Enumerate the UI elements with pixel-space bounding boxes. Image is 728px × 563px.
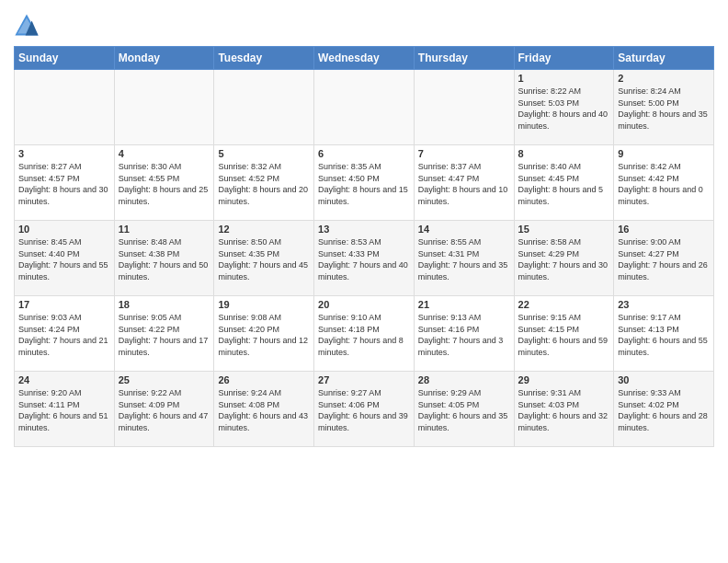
day-cell: 24Sunrise: 9:20 AM Sunset: 4:11 PM Dayli… <box>15 372 115 447</box>
logo-icon <box>14 13 40 39</box>
day-cell: 10Sunrise: 8:45 AM Sunset: 4:40 PM Dayli… <box>15 221 115 296</box>
day-info: Sunrise: 8:58 AM Sunset: 4:29 PM Dayligh… <box>518 236 610 282</box>
weekday-header-sunday: Sunday <box>15 47 115 70</box>
day-info: Sunrise: 8:40 AM Sunset: 4:45 PM Dayligh… <box>518 161 610 207</box>
day-info: Sunrise: 8:35 AM Sunset: 4:50 PM Dayligh… <box>318 161 410 207</box>
day-number: 23 <box>618 299 710 310</box>
day-number: 28 <box>418 374 510 385</box>
day-cell: 8Sunrise: 8:40 AM Sunset: 4:45 PM Daylig… <box>514 145 614 221</box>
day-info: Sunrise: 8:48 AM Sunset: 4:38 PM Dayligh… <box>119 236 210 282</box>
day-number: 19 <box>218 299 310 310</box>
day-number: 6 <box>318 148 410 159</box>
day-cell: 7Sunrise: 8:37 AM Sunset: 4:47 PM Daylig… <box>414 145 514 221</box>
day-cell: 20Sunrise: 9:10 AM Sunset: 4:18 PM Dayli… <box>314 296 415 372</box>
day-info: Sunrise: 8:53 AM Sunset: 4:33 PM Dayligh… <box>318 236 410 282</box>
day-number: 11 <box>119 224 210 235</box>
day-number: 29 <box>518 374 610 385</box>
day-info: Sunrise: 9:10 AM Sunset: 4:18 PM Dayligh… <box>318 312 410 358</box>
day-cell: 15Sunrise: 8:58 AM Sunset: 4:29 PM Dayli… <box>514 221 614 296</box>
day-cell: 26Sunrise: 9:24 AM Sunset: 4:08 PM Dayli… <box>214 372 314 447</box>
day-cell <box>314 70 415 145</box>
day-number: 20 <box>318 299 410 310</box>
day-cell: 11Sunrise: 8:48 AM Sunset: 4:38 PM Dayli… <box>114 221 214 296</box>
day-info: Sunrise: 9:24 AM Sunset: 4:08 PM Dayligh… <box>218 387 310 433</box>
weekday-header-wednesday: Wednesday <box>314 47 415 70</box>
day-info: Sunrise: 8:55 AM Sunset: 4:31 PM Dayligh… <box>418 236 510 282</box>
day-cell: 29Sunrise: 9:31 AM Sunset: 4:03 PM Dayli… <box>514 372 614 447</box>
day-info: Sunrise: 9:27 AM Sunset: 4:06 PM Dayligh… <box>318 387 410 433</box>
day-number: 21 <box>418 299 510 310</box>
day-info: Sunrise: 8:50 AM Sunset: 4:35 PM Dayligh… <box>218 236 310 282</box>
weekday-header-row: SundayMondayTuesdayWednesdayThursdayFrid… <box>15 47 714 70</box>
day-number: 30 <box>618 374 710 385</box>
day-cell: 30Sunrise: 9:33 AM Sunset: 4:02 PM Dayli… <box>614 372 714 447</box>
day-cell: 19Sunrise: 9:08 AM Sunset: 4:20 PM Dayli… <box>214 296 314 372</box>
day-number: 14 <box>418 224 510 235</box>
day-info: Sunrise: 8:42 AM Sunset: 4:42 PM Dayligh… <box>618 161 710 207</box>
day-cell: 9Sunrise: 8:42 AM Sunset: 4:42 PM Daylig… <box>614 145 714 221</box>
week-row-3: 10Sunrise: 8:45 AM Sunset: 4:40 PM Dayli… <box>15 221 714 296</box>
day-number: 5 <box>218 148 310 159</box>
page-header <box>14 9 714 39</box>
calendar-table: SundayMondayTuesdayWednesdayThursdayFrid… <box>14 46 714 447</box>
day-info: Sunrise: 8:24 AM Sunset: 5:00 PM Dayligh… <box>618 86 710 132</box>
day-cell: 14Sunrise: 8:55 AM Sunset: 4:31 PM Dayli… <box>414 221 514 296</box>
day-number: 8 <box>518 148 610 159</box>
day-cell: 25Sunrise: 9:22 AM Sunset: 4:09 PM Dayli… <box>114 372 214 447</box>
day-number: 18 <box>119 299 210 310</box>
day-number: 4 <box>119 148 210 159</box>
day-cell: 21Sunrise: 9:13 AM Sunset: 4:16 PM Dayli… <box>414 296 514 372</box>
day-cell: 5Sunrise: 8:32 AM Sunset: 4:52 PM Daylig… <box>214 145 314 221</box>
day-cell <box>414 70 514 145</box>
day-cell: 12Sunrise: 8:50 AM Sunset: 4:35 PM Dayli… <box>214 221 314 296</box>
day-info: Sunrise: 9:03 AM Sunset: 4:24 PM Dayligh… <box>18 312 110 358</box>
day-info: Sunrise: 9:08 AM Sunset: 4:20 PM Dayligh… <box>218 312 310 358</box>
day-number: 16 <box>618 224 710 235</box>
day-cell: 4Sunrise: 8:30 AM Sunset: 4:55 PM Daylig… <box>114 145 214 221</box>
day-cell: 17Sunrise: 9:03 AM Sunset: 4:24 PM Dayli… <box>15 296 115 372</box>
day-info: Sunrise: 9:17 AM Sunset: 4:13 PM Dayligh… <box>618 312 710 358</box>
week-row-5: 24Sunrise: 9:20 AM Sunset: 4:11 PM Dayli… <box>15 372 714 447</box>
day-number: 25 <box>119 374 210 385</box>
weekday-header-saturday: Saturday <box>614 47 714 70</box>
day-info: Sunrise: 9:29 AM Sunset: 4:05 PM Dayligh… <box>418 387 510 433</box>
day-number: 22 <box>518 299 610 310</box>
day-cell: 13Sunrise: 8:53 AM Sunset: 4:33 PM Dayli… <box>314 221 415 296</box>
day-number: 17 <box>18 299 110 310</box>
day-number: 26 <box>218 374 310 385</box>
day-info: Sunrise: 9:13 AM Sunset: 4:16 PM Dayligh… <box>418 312 510 358</box>
day-info: Sunrise: 9:22 AM Sunset: 4:09 PM Dayligh… <box>119 387 210 433</box>
week-row-2: 3Sunrise: 8:27 AM Sunset: 4:57 PM Daylig… <box>15 145 714 221</box>
day-info: Sunrise: 9:20 AM Sunset: 4:11 PM Dayligh… <box>18 387 110 433</box>
day-cell <box>114 70 214 145</box>
weekday-header-monday: Monday <box>114 47 214 70</box>
day-number: 24 <box>18 374 110 385</box>
day-cell: 18Sunrise: 9:05 AM Sunset: 4:22 PM Dayli… <box>114 296 214 372</box>
day-info: Sunrise: 9:31 AM Sunset: 4:03 PM Dayligh… <box>518 387 610 433</box>
day-cell <box>15 70 115 145</box>
day-number: 27 <box>318 374 410 385</box>
day-number: 1 <box>518 73 610 84</box>
day-info: Sunrise: 9:15 AM Sunset: 4:15 PM Dayligh… <box>518 312 610 358</box>
day-info: Sunrise: 8:32 AM Sunset: 4:52 PM Dayligh… <box>218 161 310 207</box>
day-cell: 28Sunrise: 9:29 AM Sunset: 4:05 PM Dayli… <box>414 372 514 447</box>
day-cell: 2Sunrise: 8:24 AM Sunset: 5:00 PM Daylig… <box>614 70 714 145</box>
day-number: 15 <box>518 224 610 235</box>
day-number: 10 <box>18 224 110 235</box>
day-info: Sunrise: 9:05 AM Sunset: 4:22 PM Dayligh… <box>119 312 210 358</box>
day-number: 9 <box>618 148 710 159</box>
day-number: 3 <box>18 148 110 159</box>
day-info: Sunrise: 9:00 AM Sunset: 4:27 PM Dayligh… <box>618 236 710 282</box>
day-info: Sunrise: 8:22 AM Sunset: 5:03 PM Dayligh… <box>518 86 610 132</box>
day-cell: 23Sunrise: 9:17 AM Sunset: 4:13 PM Dayli… <box>614 296 714 372</box>
day-cell: 22Sunrise: 9:15 AM Sunset: 4:15 PM Dayli… <box>514 296 614 372</box>
weekday-header-friday: Friday <box>514 47 614 70</box>
day-cell: 16Sunrise: 9:00 AM Sunset: 4:27 PM Dayli… <box>614 221 714 296</box>
day-info: Sunrise: 8:30 AM Sunset: 4:55 PM Dayligh… <box>119 161 210 207</box>
week-row-4: 17Sunrise: 9:03 AM Sunset: 4:24 PM Dayli… <box>15 296 714 372</box>
page-container: SundayMondayTuesdayWednesdayThursdayFrid… <box>0 0 728 563</box>
weekday-header-thursday: Thursday <box>414 47 514 70</box>
day-info: Sunrise: 8:37 AM Sunset: 4:47 PM Dayligh… <box>418 161 510 207</box>
day-number: 13 <box>318 224 410 235</box>
day-info: Sunrise: 8:27 AM Sunset: 4:57 PM Dayligh… <box>18 161 110 207</box>
